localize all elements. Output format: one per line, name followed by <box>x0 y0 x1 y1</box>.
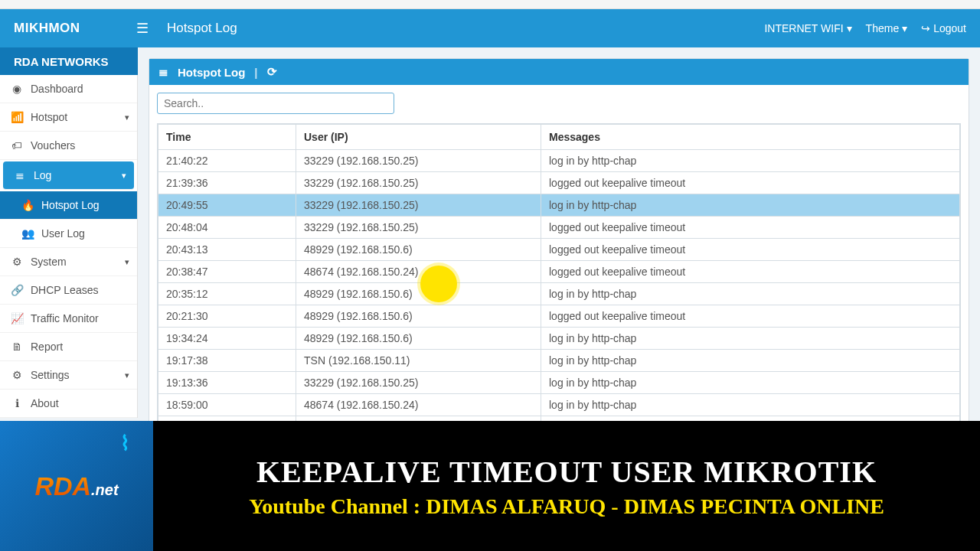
table-row[interactable]: 20:48:0433229 (192.168.150.25)logged out… <box>158 217 960 239</box>
cell-msg: logged out keepalive timeout <box>541 305 960 328</box>
banner-title: KEEPALIVE TIMEOUT USER MIKROTIK <box>161 454 972 490</box>
table-row[interactable]: 19:17:38TSN (192.168.150.11)log in by ht… <box>158 350 960 372</box>
table-row[interactable]: 20:35:1248929 (192.168.150.6)log in by h… <box>158 283 960 305</box>
cell-user: TSN (192.168.150.11) <box>296 350 541 372</box>
chevron-down-icon: ▾ <box>125 257 129 267</box>
chevron-down-icon: ▾ <box>902 22 907 34</box>
cell-user: 48929 (192.168.150.6) <box>296 239 541 261</box>
cell-msg: logged out keepalive timeout <box>541 239 960 261</box>
wifi-icon: ⌇ <box>120 432 130 455</box>
chevron-down-icon: ▾ <box>125 370 129 380</box>
sidebar-item-log[interactable]: ≣Log▾ <box>3 161 134 190</box>
sidebar-icon: 🔗 <box>11 284 23 296</box>
sidebar-label: Vouchers <box>31 139 75 152</box>
cell-time: 18:59:00 <box>158 394 296 416</box>
sidebar-icon: ℹ <box>11 397 23 409</box>
cell-user: 48929 (192.168.150.6) <box>296 305 541 328</box>
cell-user: 33229 (192.168.150.25) <box>296 172 541 194</box>
sidebar-icon: 📶 <box>11 111 23 123</box>
cell-time: 21:40:22 <box>158 150 296 172</box>
brand-logo[interactable]: MIKHMON <box>14 21 136 36</box>
cell-msg: logged out keepalive timeout <box>541 261 960 283</box>
browser-chrome <box>0 0 980 9</box>
theme-dropdown[interactable]: Theme▾ <box>866 22 908 34</box>
cell-msg: log in by http-chap <box>541 283 960 305</box>
connection-dropdown[interactable]: INTERNET WIFI▾ <box>764 22 851 34</box>
logout-button[interactable]: ↪Logout <box>921 22 966 34</box>
banner-logo: ⌇ RDA.net <box>0 421 153 551</box>
cell-msg: logged out keepalive timeout <box>541 172 960 194</box>
sidebar-label: System <box>31 256 67 268</box>
sidebar-item-system[interactable]: ⚙System▾ <box>0 248 137 276</box>
sidebar-item-vouchers[interactable]: 🏷Vouchers <box>0 132 137 160</box>
sidebar-label: DHCP Leases <box>31 284 98 296</box>
sidebar-item-about[interactable]: ℹAbout <box>0 390 137 418</box>
sidebar: ◉Dashboard📶Hotspot▾🏷Vouchers≣Log▾🔥Hotspo… <box>0 75 138 418</box>
cell-time: 20:48:04 <box>158 217 296 239</box>
cell-time: 20:43:13 <box>158 239 296 261</box>
search-input[interactable] <box>157 93 394 114</box>
sidebar-item-user-log[interactable]: 👥User Log <box>0 220 137 248</box>
sidebar-label: User Log <box>41 227 85 240</box>
cell-user: 33229 (192.168.150.25) <box>296 217 541 239</box>
sidebar-item-hotspot[interactable]: 📶Hotspot▾ <box>0 103 137 132</box>
sidebar-label: Report <box>31 341 63 353</box>
header-messages[interactable]: Messages <box>541 125 960 150</box>
sidebar-icon: 🏷 <box>11 139 23 152</box>
cell-time: 20:38:47 <box>158 261 296 283</box>
header-user[interactable]: User (IP) <box>296 125 541 150</box>
sidebar-icon: ≣ <box>14 169 26 181</box>
cell-user: 33229 (192.168.150.25) <box>296 194 541 217</box>
chevron-down-icon: ▾ <box>847 22 852 34</box>
cell-user: 48929 (192.168.150.6) <box>296 283 541 305</box>
table-row[interactable]: 20:38:4748674 (192.168.150.24)logged out… <box>158 261 960 283</box>
header-time[interactable]: Time <box>158 125 296 150</box>
panel-title: Hotspot Log <box>178 66 245 79</box>
cell-time: 20:21:30 <box>158 305 296 328</box>
table-row[interactable]: 19:34:2448929 (192.168.150.6)log in by h… <box>158 328 960 350</box>
logout-icon: ↪ <box>921 22 930 34</box>
cell-msg: log in by http-chap <box>541 194 960 217</box>
sidebar-item-settings[interactable]: ⚙Settings▾ <box>0 361 137 390</box>
table-row[interactable]: 20:49:5533229 (192.168.150.25)log in by … <box>158 194 960 217</box>
sidebar-item-traffic-monitor[interactable]: 📈Traffic Monitor <box>0 305 137 333</box>
table-row[interactable]: 21:40:2233229 (192.168.150.25)log in by … <box>158 150 960 172</box>
banner-subtitle: Youtube Channel : DIMAS ALFARUQ - DIMAS … <box>161 494 972 519</box>
table-row[interactable]: 21:39:3633229 (192.168.150.25)logged out… <box>158 172 960 194</box>
cell-msg: log in by http-chap <box>541 150 960 172</box>
video-banner: ⌇ RDA.net KEEPALIVE TIMEOUT USER MIKROTI… <box>0 421 980 551</box>
refresh-icon[interactable]: ⟳ <box>267 65 277 79</box>
cell-time: 19:17:38 <box>158 350 296 372</box>
cell-time: 19:34:24 <box>158 328 296 350</box>
sidebar-label: Settings <box>31 369 70 381</box>
log-table: Time User (IP) Messages 21:40:2233229 (1… <box>158 124 960 439</box>
sidebar-icon: ◉ <box>11 83 23 95</box>
cell-user: 33229 (192.168.150.25) <box>296 372 541 394</box>
sidebar-item-dhcp-leases[interactable]: 🔗DHCP Leases <box>0 276 137 305</box>
session-name[interactable]: RDA NETWORKS <box>0 47 138 75</box>
table-row[interactable]: 18:59:0048674 (192.168.150.24)log in by … <box>158 394 960 416</box>
menu-toggle-icon[interactable]: ☰ <box>136 20 159 37</box>
sidebar-label: Traffic Monitor <box>31 312 99 324</box>
cell-time: 21:39:36 <box>158 172 296 194</box>
sidebar-item-dashboard[interactable]: ◉Dashboard <box>0 75 137 103</box>
sidebar-icon: 🔥 <box>21 199 34 211</box>
cell-time: 20:35:12 <box>158 283 296 305</box>
sidebar-item-report[interactable]: 🗎Report <box>0 333 137 361</box>
sidebar-icon: 🗎 <box>11 341 23 353</box>
sidebar-icon: 📈 <box>11 312 23 324</box>
cell-time: 20:49:55 <box>158 194 296 217</box>
cursor-highlight <box>420 266 457 302</box>
cell-msg: log in by http-chap <box>541 328 960 350</box>
sidebar-label: Log <box>34 169 51 181</box>
table-row[interactable]: 20:21:3048929 (192.168.150.6)logged out … <box>158 305 960 328</box>
cell-user: 33229 (192.168.150.25) <box>296 150 541 172</box>
chevron-down-icon: ▾ <box>125 112 129 122</box>
cell-msg: logged out keepalive timeout <box>541 217 960 239</box>
sidebar-label: Dashboard <box>31 83 83 95</box>
sidebar-item-hotspot-log[interactable]: 🔥Hotspot Log <box>0 191 137 220</box>
sidebar-label: About <box>31 397 59 409</box>
table-row[interactable]: 19:13:3633229 (192.168.150.25)log in by … <box>158 372 960 394</box>
table-row[interactable]: 20:43:1348929 (192.168.150.6)logged out … <box>158 239 960 261</box>
cell-user: 48674 (192.168.150.24) <box>296 394 541 416</box>
